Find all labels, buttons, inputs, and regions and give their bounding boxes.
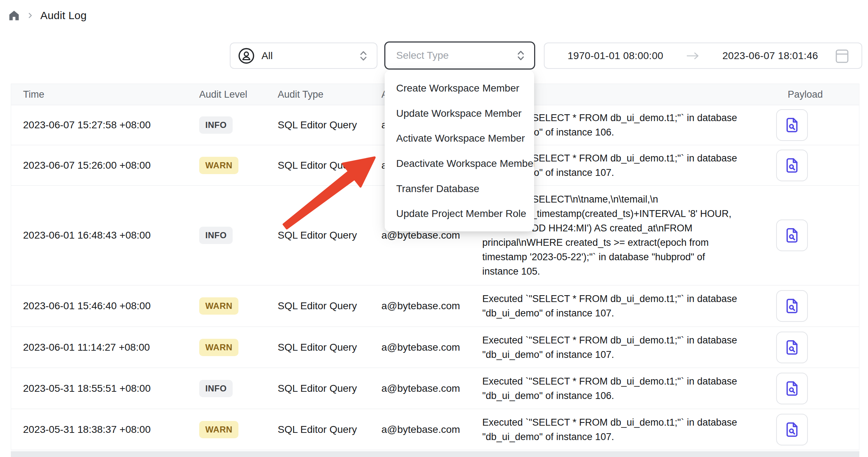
row-actor: a@bytebase.com (381, 424, 482, 435)
row-time: 2023-05-31 18:38:37 +08:00 (11, 424, 199, 435)
audit-level-badge: INFO (199, 380, 233, 397)
red-annotation-arrow (277, 148, 382, 238)
row-payload (776, 373, 860, 404)
row-time: 2023-05-31 18:55:51 +08:00 (11, 383, 199, 394)
row-audit-type: SQL Editor Query (278, 300, 381, 312)
view-payload-button[interactable] (776, 332, 808, 363)
table-row: 2023-06-01 15:46:40 +08:00 WARN SQL Edit… (11, 285, 859, 327)
row-payload (776, 332, 860, 363)
audit-level-badge: WARN (199, 421, 238, 438)
comment-line: instance 105. (482, 264, 776, 279)
row-comment: Executed `"SELECT * FROM db_ui_demo.t1;"… (482, 292, 776, 320)
row-time: 2023-06-07 15:27:58 +08:00 (11, 119, 199, 131)
page-title: Audit Log (40, 9, 87, 22)
view-payload-button[interactable] (776, 290, 808, 322)
comment-line: Executed `"SELECT * FROM db_ui_demo.t1;"… (482, 374, 776, 389)
row-audit-level: WARN (199, 157, 278, 174)
actor-filter-select[interactable]: All (230, 43, 377, 69)
type-menu-item[interactable]: Activate Workspace Member (385, 126, 534, 151)
type-menu-item[interactable]: Update Project Member Role (385, 201, 534, 226)
type-filter-select[interactable]: Select Type (384, 41, 535, 70)
audit-level-badge: WARN (199, 157, 238, 174)
row-time: 2023-06-01 15:46:40 +08:00 (11, 300, 199, 312)
row-audit-level: WARN (199, 297, 278, 315)
arrow-right-icon (686, 51, 700, 61)
row-comment: Executed `"SELECT * FROM db_ui_demo.t1;"… (482, 415, 776, 444)
actor-filter-value: All (261, 50, 273, 62)
breadcrumb: Audit Log (8, 9, 87, 22)
header-audit-type: Audit Type (278, 89, 381, 100)
row-audit-type: SQL Editor Query (278, 119, 381, 131)
view-payload-button[interactable] (776, 150, 808, 181)
audit-level-badge: WARN (199, 297, 238, 315)
row-payload (776, 109, 860, 141)
comment-line: Executed `"SELECT * FROM db_ui_demo.t1;"… (482, 292, 776, 306)
row-time: 2023-06-01 11:14:27 +08:00 (11, 342, 199, 353)
audit-log-page: Audit Log All Select Type 197 (0, 0, 868, 457)
row-audit-type: SQL Editor Query (278, 383, 381, 394)
table-row: 2023-05-31 18:55:51 +08:00 INFO SQL Edit… (11, 368, 859, 409)
header-time: Time (11, 89, 199, 100)
row-time: 2023-06-01 16:48:43 +08:00 (11, 230, 199, 241)
type-menu-item[interactable]: Transfer Database (385, 176, 534, 201)
row-comment: Executed `"SELECT * FROM db_ui_demo.t1;"… (482, 374, 776, 403)
select-chevrons-icon (359, 50, 368, 62)
file-search-icon (784, 157, 800, 174)
calendar-icon (835, 48, 849, 64)
row-actor: a@bytebase.com (381, 383, 482, 394)
comment-line: "db_ui_demo" of instance 107. (482, 347, 776, 362)
file-search-icon (784, 339, 800, 356)
type-menu-item[interactable]: Update Workspace Member (385, 101, 534, 126)
next-section-edge (11, 451, 859, 457)
row-audit-level: WARN (199, 339, 278, 356)
comment-line: Executed `"SELECT * FROM db_ui_demo.t1;"… (482, 415, 776, 430)
row-audit-level: INFO (199, 116, 278, 134)
view-payload-button[interactable] (776, 373, 808, 404)
row-payload (776, 290, 860, 322)
view-payload-button[interactable] (776, 219, 808, 251)
file-search-icon (784, 421, 800, 438)
comment-line: Executed `"SELECT * FROM db_ui_demo.t1;"… (482, 333, 776, 347)
comment-line: "db_ui_demo" of instance 107. (482, 430, 776, 444)
comment-line: timestamp '2023-05-22');"` in database "… (482, 250, 776, 264)
person-circle-icon (238, 47, 255, 65)
row-payload (776, 414, 860, 445)
row-comment: Executed `"SELECT * FROM db_ui_demo.t1;"… (482, 333, 776, 362)
table-row: 2023-05-31 18:38:37 +08:00 WARN SQL Edit… (11, 409, 859, 450)
row-actor: a@bytebase.com (381, 342, 482, 353)
home-icon[interactable] (8, 9, 20, 22)
view-payload-button[interactable] (776, 414, 808, 445)
audit-level-badge: INFO (199, 116, 233, 134)
audit-level-badge: INFO (199, 227, 233, 244)
type-menu-item[interactable]: Create Workspace Member (385, 76, 534, 101)
file-search-icon (784, 117, 800, 133)
header-payload: Payload (776, 89, 860, 100)
type-select-dropdown-menu: Create Workspace MemberUpdate Workspace … (385, 71, 534, 231)
comment-line: principal\nWHERE created_ts >= extract(e… (482, 235, 776, 250)
file-search-icon (784, 380, 800, 397)
date-range-end: 2023-06-07 18:01:46 (722, 50, 818, 62)
file-search-icon (784, 298, 800, 314)
audit-level-badge: WARN (199, 339, 238, 356)
file-search-icon (784, 227, 800, 244)
row-actor: a@bytebase.com (381, 300, 482, 312)
date-range-picker[interactable]: 1970-01-01 08:00:00 2023-06-07 18:01:46 (544, 43, 862, 69)
row-audit-level: INFO (199, 380, 278, 397)
row-payload (776, 150, 860, 181)
row-audit-type: SQL Editor Query (278, 424, 381, 435)
date-range-start: 1970-01-01 08:00:00 (568, 50, 663, 62)
row-time: 2023-06-07 15:26:00 +08:00 (11, 160, 199, 171)
view-payload-button[interactable] (776, 109, 808, 141)
select-chevrons-icon (516, 49, 525, 62)
header-audit-level: Audit Level (199, 89, 278, 100)
type-menu-item[interactable]: Deactivate Workspace Member (385, 151, 534, 176)
comment-line: "db_ui_demo" of instance 107. (482, 306, 776, 320)
row-audit-level: WARN (199, 421, 278, 438)
chevron-right-icon (27, 12, 34, 19)
comment-line: "db_ui_demo" of instance 106. (482, 389, 776, 403)
type-filter-placeholder: Select Type (396, 50, 449, 61)
row-payload (776, 219, 860, 251)
table-row: 2023-06-01 11:14:27 +08:00 WARN SQL Edit… (11, 327, 859, 368)
row-audit-level: INFO (199, 227, 278, 244)
row-audit-type: SQL Editor Query (278, 342, 381, 353)
